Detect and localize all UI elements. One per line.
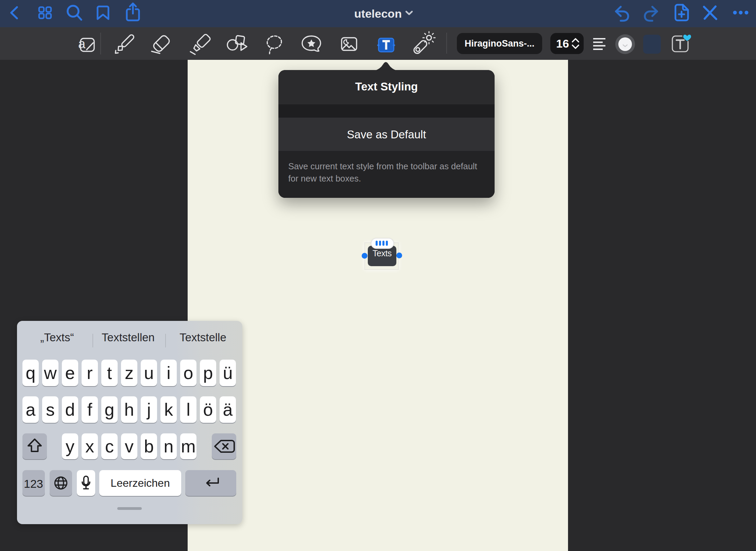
svg-text:123: 123: [24, 477, 43, 490]
svg-text:a: a: [78, 37, 86, 51]
